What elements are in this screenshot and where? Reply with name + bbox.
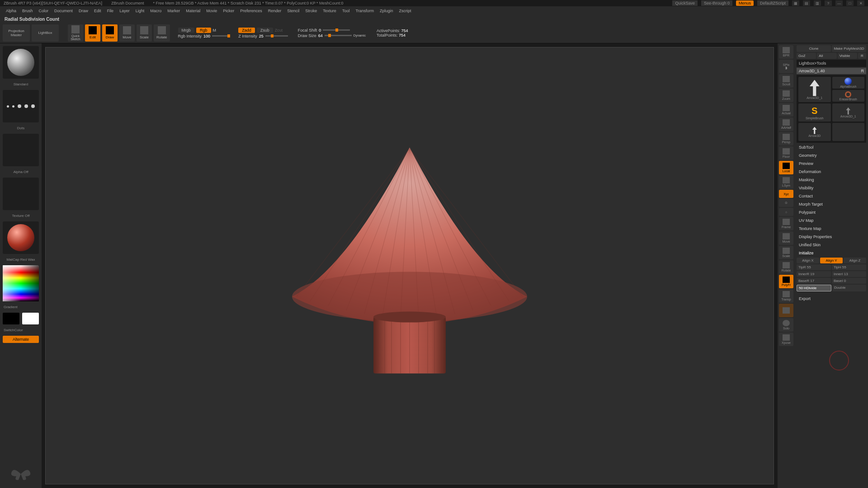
xpose-button[interactable]: Xpose xyxy=(779,333,793,346)
frame-button[interactable]: Frame xyxy=(779,217,793,230)
section-preview[interactable]: Preview xyxy=(797,160,866,167)
inneri-slider[interactable]: InnerI 13 xyxy=(832,271,866,277)
xyz-button[interactable]: Xyz xyxy=(779,190,793,198)
menu-transform[interactable]: Transform xyxy=(353,8,376,14)
tool-thumb-current[interactable]: Arrow3D_1 xyxy=(798,77,831,102)
align-y-button[interactable]: Align Y xyxy=(820,258,843,263)
quick-sketch-button[interactable]: Quick Sketch xyxy=(68,24,83,42)
menu-macro[interactable]: Macro xyxy=(148,8,164,14)
align-x-button[interactable]: Align X xyxy=(797,258,819,263)
layout-icon-3[interactable]: ▥ xyxy=(814,0,821,6)
close-icon[interactable]: ✕ xyxy=(857,0,864,6)
section-initialize[interactable]: Initialize xyxy=(797,249,866,257)
menu-picker[interactable]: Picker xyxy=(221,8,236,14)
menu-marker[interactable]: Marker xyxy=(165,8,182,14)
polyframe-button[interactable]: PolyFr xyxy=(779,275,793,288)
primary-color-chip[interactable] xyxy=(22,313,39,324)
tool-thumb-simplebrush[interactable]: SSimpleBrush xyxy=(798,103,831,122)
texture-slot[interactable] xyxy=(3,178,39,210)
menu-light[interactable]: Light xyxy=(133,8,147,14)
tool-thumb-empty[interactable] xyxy=(832,123,865,141)
default-zscript[interactable]: DefaultZScript xyxy=(757,0,788,6)
layout-icon-2[interactable]: ▤ xyxy=(803,0,810,6)
scale-nav-button[interactable]: Scale xyxy=(779,246,793,259)
make-polymesh-button[interactable]: Make PolyMesh3D xyxy=(832,45,866,52)
draw-size-slider[interactable] xyxy=(325,35,352,36)
transp-button[interactable]: Transp xyxy=(779,289,793,303)
zadd-button[interactable]: Zadd xyxy=(238,28,255,33)
focal-shift-value[interactable]: 0 xyxy=(319,28,321,33)
quicksave-button[interactable]: QuickSave xyxy=(672,0,698,6)
secondary-color-chip[interactable] xyxy=(3,313,19,324)
section-unified-skin[interactable]: Unified Skin xyxy=(797,241,866,249)
tiph-slider[interactable]: TipH 55 xyxy=(832,264,866,270)
lsym-button[interactable]: LSym xyxy=(779,175,793,189)
scale-mode-button[interactable]: Scale xyxy=(137,24,152,42)
menu-brush[interactable]: Brush xyxy=(20,8,35,14)
menu-draw[interactable]: Draw xyxy=(76,8,90,14)
menu-stroke[interactable]: Stroke xyxy=(303,8,319,14)
rgb-button[interactable]: Rgb xyxy=(196,28,211,33)
section-uv-map[interactable]: UV Map xyxy=(797,217,866,224)
z-intensity-slider[interactable] xyxy=(265,35,288,37)
minimize-icon[interactable]: — xyxy=(835,0,843,6)
align-z-button[interactable]: Align Z xyxy=(844,258,866,263)
baser-slider[interactable]: BaseR 17 xyxy=(797,278,831,284)
menu-stencil[interactable]: Stencil xyxy=(285,8,302,14)
focal-shift-slider[interactable] xyxy=(323,29,350,31)
m-button[interactable]: M xyxy=(213,28,217,33)
stroke-slot[interactable] xyxy=(3,90,39,122)
draw-mode-button[interactable]: Draw xyxy=(102,24,118,42)
edit-mode-button[interactable]: Edit xyxy=(85,24,100,42)
tool-thumb-arrow3d[interactable]: Arrow3D xyxy=(798,123,831,141)
menu-preferences[interactable]: Preferences xyxy=(238,8,264,14)
rgb-intensity-value[interactable]: 100 xyxy=(203,34,210,38)
section-subtool[interactable]: SubTool xyxy=(797,144,866,151)
ghost-button[interactable] xyxy=(779,304,793,317)
floor-button[interactable]: Floor xyxy=(779,146,793,160)
solo-button[interactable]: Solo xyxy=(779,318,793,332)
menus-button[interactable]: Menus xyxy=(736,0,754,6)
local-button[interactable]: Local xyxy=(779,161,793,174)
alpha-slot[interactable] xyxy=(3,134,39,166)
gradient-label[interactable]: Gradient xyxy=(3,304,39,310)
spix-slider[interactable]: SPix3 xyxy=(779,60,793,73)
tool-thumb-alphabrush[interactable]: AlphaBrush xyxy=(832,77,865,89)
bpr-button[interactable]: BPR xyxy=(779,45,793,59)
section-deformation[interactable]: Deformation xyxy=(797,168,866,175)
lightbox-button[interactable]: LightBox xyxy=(32,24,59,42)
reset-tool-button[interactable]: R xyxy=(861,69,864,73)
lightbox-tools-button[interactable]: Lightbox>Tools xyxy=(797,60,866,67)
goz-visible-button[interactable]: Visible xyxy=(838,53,857,59)
goz-button[interactable]: GoZ xyxy=(797,53,816,59)
section-export[interactable]: Export xyxy=(797,295,866,302)
menu-layer[interactable]: Layer xyxy=(117,8,132,14)
mrgb-button[interactable]: Mrgb xyxy=(178,28,195,33)
menu-zscript[interactable]: Zscript xyxy=(397,8,414,14)
section-display-properties[interactable]: Display Properties xyxy=(797,233,866,240)
basei-slider[interactable]: BaseI 0 xyxy=(832,278,866,284)
section-masking[interactable]: Masking xyxy=(797,176,866,183)
actual-button[interactable]: Actual xyxy=(779,103,793,117)
menu-file[interactable]: File xyxy=(105,8,116,14)
color-picker[interactable] xyxy=(3,265,39,301)
goz-r-button[interactable]: R xyxy=(858,53,866,59)
goz-all-button[interactable]: All xyxy=(817,53,836,59)
z-intensity-value[interactable]: 25 xyxy=(259,34,264,38)
move-mode-button[interactable]: Move xyxy=(119,24,135,42)
section-morph-target[interactable]: Morph Target xyxy=(797,201,866,208)
seethrough-slider[interactable]: See-through 0 xyxy=(701,0,732,6)
tipr-slider[interactable]: TipR 55 xyxy=(797,264,831,270)
menu-texture[interactable]: Texture xyxy=(321,8,339,14)
section-contact[interactable]: Contact xyxy=(797,192,866,200)
rgb-intensity-slider[interactable] xyxy=(212,35,230,37)
double-button[interactable]: Double xyxy=(832,285,866,291)
help-icon[interactable]: ? xyxy=(825,0,832,6)
scroll-button[interactable]: Scroll xyxy=(779,74,793,88)
menu-alpha[interactable]: Alpha xyxy=(4,8,19,14)
zcut-button[interactable]: Zcut xyxy=(275,28,283,33)
menu-render[interactable]: Render xyxy=(266,8,284,14)
innerr-slider[interactable]: InnerR 19 xyxy=(797,271,831,277)
zsub-button[interactable]: Zsub xyxy=(257,28,273,33)
aahalf-button[interactable]: AAHalf xyxy=(779,117,793,131)
